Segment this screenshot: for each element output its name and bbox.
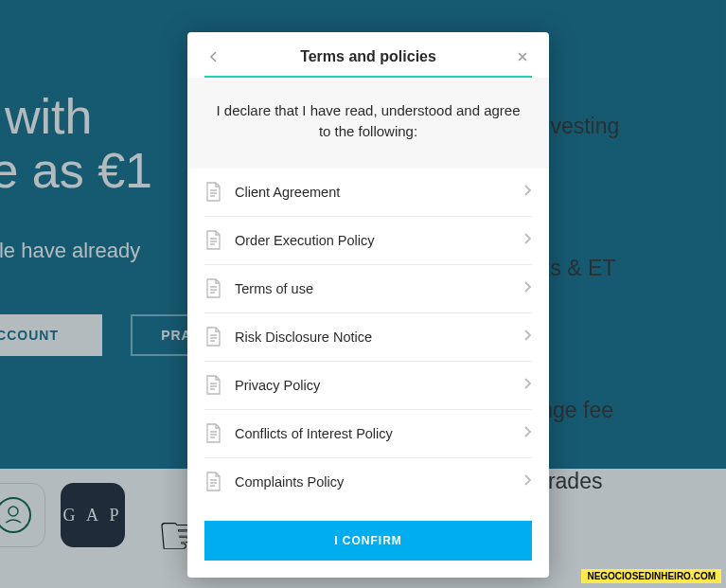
modal-header: Terms and policies — [187, 32, 549, 76]
policy-label: Complaints Policy — [235, 474, 523, 490]
modal-intro-text: I declare that I have read, understood a… — [187, 78, 549, 169]
policy-label: Order Execution Policy — [235, 233, 523, 248]
policy-label: Conflicts of Interest Policy — [235, 426, 523, 441]
close-icon[interactable] — [513, 47, 532, 66]
document-icon — [204, 472, 221, 492]
chevron-right-icon — [523, 425, 532, 442]
policy-label: Terms of use — [235, 281, 523, 296]
back-icon[interactable] — [204, 47, 223, 66]
modal-title: Terms and policies — [300, 48, 436, 65]
policy-item-risk-disclosure[interactable]: Risk Disclosure Notice — [204, 313, 532, 362]
confirm-button[interactable]: I CONFIRM — [204, 521, 532, 561]
policy-label: Privacy Policy — [235, 378, 523, 393]
document-icon — [204, 375, 221, 396]
policy-item-client-agreement[interactable]: Client Agreement — [204, 169, 532, 217]
terms-modal: Terms and policies I declare that I have… — [187, 32, 549, 578]
document-icon — [204, 182, 221, 203]
watermark: NEGOCIOSEDINHEIRO.COM — [581, 569, 721, 583]
policy-item-terms-of-use[interactable]: Terms of use — [204, 265, 532, 313]
document-icon — [204, 423, 221, 444]
chevron-right-icon — [523, 232, 532, 249]
policy-item-order-execution[interactable]: Order Execution Policy — [204, 217, 532, 265]
policy-label: Risk Disclosure Notice — [235, 330, 523, 345]
policy-label: Client Agreement — [235, 185, 523, 200]
chevron-right-icon — [523, 329, 532, 346]
policy-item-complaints[interactable]: Complaints Policy — [204, 458, 532, 506]
chevron-right-icon — [523, 184, 532, 201]
document-icon — [204, 230, 221, 251]
chevron-right-icon — [523, 377, 532, 394]
policy-item-conflicts[interactable]: Conflicts of Interest Policy — [204, 410, 532, 458]
chevron-right-icon — [523, 473, 532, 490]
policy-list: Client Agreement Order Execution Policy … — [187, 169, 549, 506]
chevron-right-icon — [523, 280, 532, 297]
document-icon — [204, 278, 221, 299]
document-icon — [204, 327, 221, 347]
policy-item-privacy-policy[interactable]: Privacy Policy — [204, 362, 532, 410]
